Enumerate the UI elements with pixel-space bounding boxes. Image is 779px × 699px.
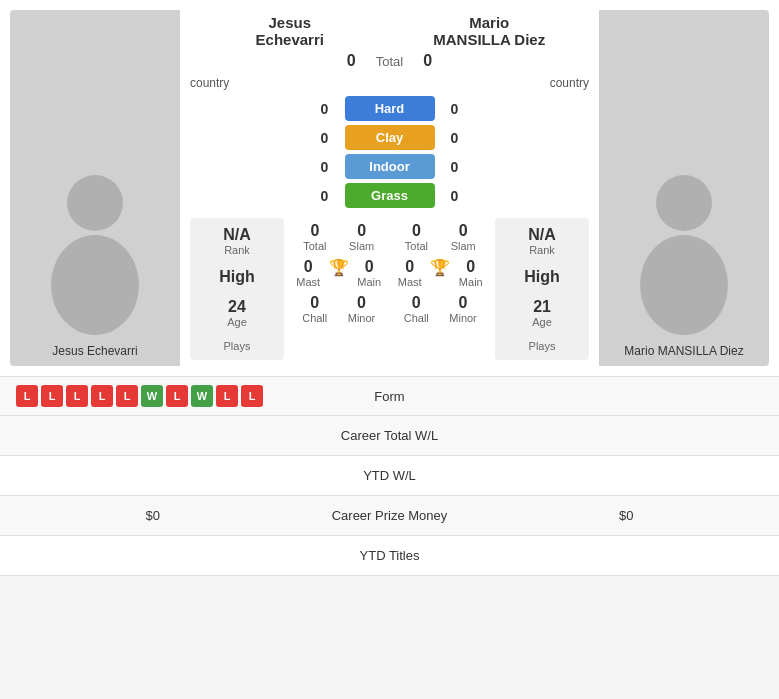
left-player-name: Jesus Echevarri bbox=[190, 14, 390, 48]
form-badge-w2: W bbox=[191, 385, 213, 407]
left-chall-val: 0 bbox=[310, 294, 319, 312]
left-total-lbl: Total bbox=[303, 240, 326, 252]
country-row: country country bbox=[180, 74, 599, 92]
prize-money-row: $0 Career Prize Money $0 bbox=[0, 496, 779, 536]
clay-left-score: 0 bbox=[315, 130, 335, 146]
right-slam-val: 0 bbox=[459, 222, 468, 240]
right-age-label: Age bbox=[532, 316, 552, 328]
prize-money-label: Career Prize Money bbox=[290, 508, 490, 523]
right-rank-value: N/A bbox=[528, 226, 556, 244]
right-mast-val: 0 bbox=[405, 258, 414, 276]
right-chall-lbl: Chall bbox=[404, 312, 429, 324]
right-age-value: 21 bbox=[533, 298, 551, 316]
left-main-stat: 0 Main bbox=[357, 258, 381, 288]
left-player-photo: Jesus Echevarri bbox=[10, 10, 180, 366]
left-big-stats: 0 Total 0 Slam 0 Mast bbox=[292, 218, 386, 360]
left-slam-val: 0 bbox=[357, 222, 366, 240]
clay-right-score: 0 bbox=[445, 130, 465, 146]
form-badge-l6: L bbox=[166, 385, 188, 407]
right-mast-stat: 0 Mast bbox=[398, 258, 422, 288]
ytd-titles-row: YTD Titles bbox=[0, 536, 779, 576]
surface-hard-btn: Hard bbox=[345, 96, 435, 121]
right-total-stat: 0 Total bbox=[405, 222, 428, 252]
left-age-row: 24 Age bbox=[198, 298, 276, 328]
right-chall-val: 0 bbox=[412, 294, 421, 312]
left-rank-label: Rank bbox=[224, 244, 250, 256]
prize-money-left: $0 bbox=[16, 508, 290, 523]
form-badge-l7: L bbox=[216, 385, 238, 407]
form-badge-l8: L bbox=[241, 385, 263, 407]
left-total-stat: 0 Total bbox=[303, 222, 326, 252]
right-trophy: 🏆 bbox=[430, 258, 450, 288]
right-age-row: 21 Age bbox=[503, 298, 581, 328]
stats-panels: N/A Rank High 24 Age Plays bbox=[180, 212, 599, 366]
grass-right-score: 0 bbox=[445, 188, 465, 204]
form-badge-l3: L bbox=[66, 385, 88, 407]
left-mast-stat: 0 Mast bbox=[296, 258, 320, 288]
left-mast-lbl: Mast bbox=[296, 276, 320, 288]
right-slam-stat: 0 Slam bbox=[451, 222, 476, 252]
left-main-val: 0 bbox=[365, 258, 374, 276]
surface-row-grass: 0 Grass 0 bbox=[190, 183, 589, 208]
left-chall-minor-group: 0 Chall 0 Minor bbox=[292, 294, 386, 324]
surface-row-clay: 0 Clay 0 bbox=[190, 125, 589, 150]
left-trophy: 🏆 bbox=[329, 258, 349, 288]
form-badge-l2: L bbox=[41, 385, 63, 407]
right-rank-row: N/A Rank bbox=[503, 226, 581, 256]
bottom-section: L L L L L W L W L L Form Career Total W/… bbox=[0, 376, 779, 576]
right-minor-lbl: Minor bbox=[449, 312, 477, 324]
right-chall-minor-group: 0 Chall 0 Minor bbox=[394, 294, 488, 324]
ytd-wl-label: YTD W/L bbox=[290, 468, 490, 483]
left-high-row: High bbox=[198, 268, 276, 286]
left-chall-stat: 0 Chall bbox=[302, 294, 327, 324]
svg-point-0 bbox=[67, 175, 123, 231]
form-badge-l4: L bbox=[91, 385, 113, 407]
indoor-right-score: 0 bbox=[445, 159, 465, 175]
left-minor-stat: 0 Minor bbox=[348, 294, 376, 324]
ytd-titles-label: YTD Titles bbox=[290, 548, 490, 563]
left-rank-row: N/A Rank bbox=[198, 226, 276, 256]
left-silhouette bbox=[10, 160, 180, 340]
right-total-score: 0 bbox=[423, 52, 432, 70]
right-mast-lbl: Mast bbox=[398, 276, 422, 288]
left-plays-label: Plays bbox=[224, 340, 251, 352]
left-player-name-under: Jesus Echevarri bbox=[48, 344, 141, 358]
left-minor-lbl: Minor bbox=[348, 312, 376, 324]
left-slam-lbl: Slam bbox=[349, 240, 374, 252]
left-age-label: Age bbox=[227, 316, 247, 328]
right-player-name: Mario MANSILLA Diez bbox=[390, 14, 590, 48]
form-badge-l1: L bbox=[16, 385, 38, 407]
prize-money-right: $0 bbox=[490, 508, 764, 523]
right-main-val: 0 bbox=[466, 258, 475, 276]
career-total-label: Career Total W/L bbox=[290, 428, 490, 443]
right-player-name-under: Mario MANSILLA Diez bbox=[620, 344, 747, 358]
right-slam-lbl: Slam bbox=[451, 240, 476, 252]
surface-grass-btn: Grass bbox=[345, 183, 435, 208]
right-main-stat: 0 Main bbox=[459, 258, 483, 288]
right-rank-label: Rank bbox=[529, 244, 555, 256]
svg-point-1 bbox=[51, 235, 139, 335]
right-stats-panel: N/A Rank High 21 Age Plays bbox=[495, 218, 589, 360]
hard-right-score: 0 bbox=[445, 101, 465, 117]
left-slam-stat: 0 Slam bbox=[349, 222, 374, 252]
surface-row-indoor: 0 Indoor 0 bbox=[190, 154, 589, 179]
left-rank-value: N/A bbox=[223, 226, 251, 244]
left-total-score: 0 bbox=[347, 52, 356, 70]
left-trophy-icon: 🏆 bbox=[329, 258, 349, 277]
right-mast-main-group: 0 Mast 🏆 0 Main bbox=[394, 258, 488, 288]
right-chall-stat: 0 Chall bbox=[404, 294, 429, 324]
total-label: Total bbox=[376, 54, 403, 69]
right-silhouette bbox=[599, 160, 769, 340]
right-plays-row: Plays bbox=[503, 340, 581, 352]
form-row: L L L L L W L W L L Form bbox=[0, 377, 779, 416]
left-high-value: High bbox=[219, 268, 255, 286]
form-label: Form bbox=[330, 389, 450, 404]
left-minor-val: 0 bbox=[357, 294, 366, 312]
right-minor-val: 0 bbox=[459, 294, 468, 312]
right-country: country bbox=[550, 76, 589, 90]
surface-rows: 0 Hard 0 0 Clay 0 0 Indoor 0 0 Grass bbox=[180, 92, 599, 212]
right-trophy-icon: 🏆 bbox=[430, 258, 450, 277]
surface-indoor-btn: Indoor bbox=[345, 154, 435, 179]
form-badge-l5: L bbox=[116, 385, 138, 407]
career-total-row: Career Total W/L bbox=[0, 416, 779, 456]
